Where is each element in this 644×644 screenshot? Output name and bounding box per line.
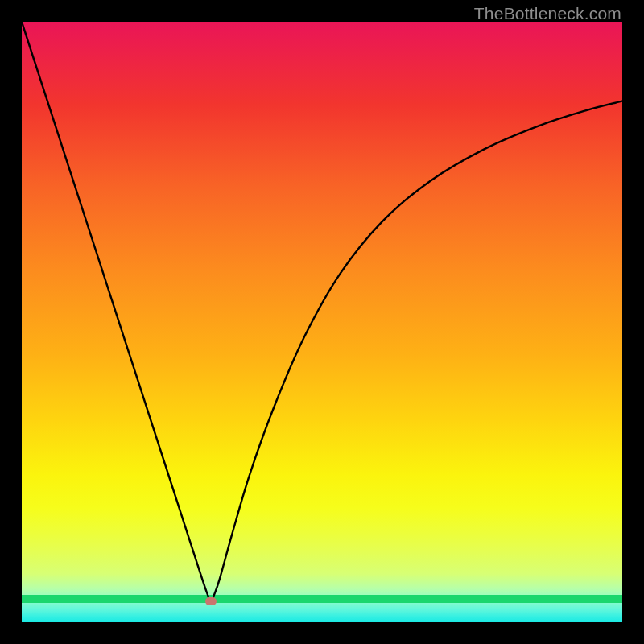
min-marker — [205, 597, 217, 605]
chart-frame: TheBottleneck.com — [0, 0, 644, 644]
watermark: TheBottleneck.com — [474, 4, 621, 23]
bottleneck-curve — [22, 22, 622, 622]
plot-area — [22, 22, 622, 622]
